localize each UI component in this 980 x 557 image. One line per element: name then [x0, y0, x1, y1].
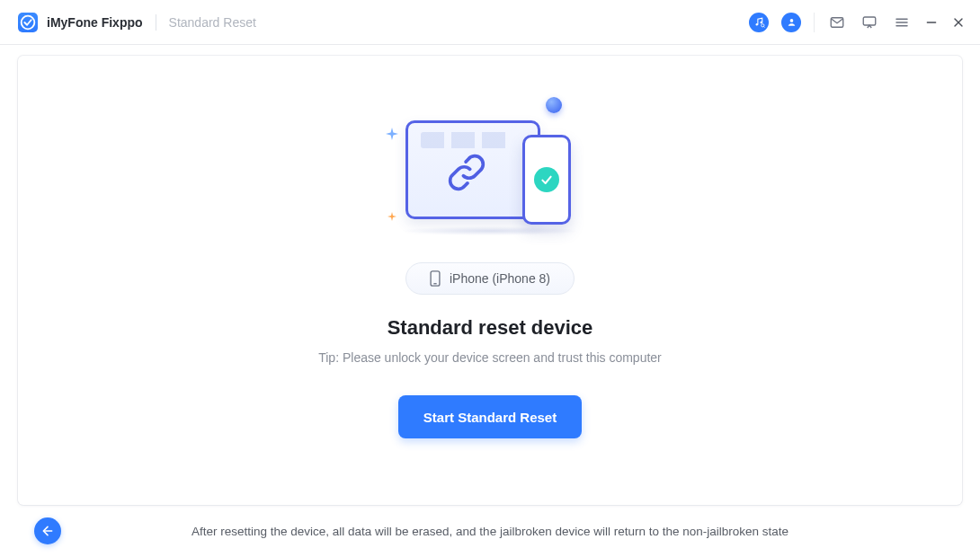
start-standard-reset-button[interactable]: Start Standard Reset: [398, 395, 582, 438]
tip-text: Tip: Please unlock your device screen an…: [318, 350, 662, 365]
feedback-icon[interactable]: [860, 13, 879, 32]
link-icon: [447, 153, 486, 192]
account-icon[interactable]: [781, 13, 801, 32]
title-separator: [156, 14, 156, 31]
orb-icon: [546, 97, 562, 113]
titlebar-actions: [749, 13, 966, 32]
shadow: [400, 226, 580, 235]
menu-icon[interactable]: [892, 13, 912, 32]
phone-icon: [430, 270, 441, 287]
svg-point-4: [789, 19, 793, 22]
mail-icon[interactable]: [827, 13, 847, 32]
back-button[interactable]: [34, 517, 61, 544]
titlebar: iMyFone Fixppo Standard Reset: [0, 0, 980, 45]
page-subtitle: Standard Reset: [169, 15, 256, 30]
window-minimize-button[interactable]: [924, 15, 939, 30]
footer: After resetting the device, all data wil…: [0, 505, 980, 557]
headline: Standard reset device: [388, 316, 593, 340]
sparkle-icon: [388, 212, 396, 221]
svg-point-0: [22, 15, 35, 29]
check-icon: [534, 167, 559, 192]
title-actions-separator: [814, 13, 815, 32]
app-logo-icon: [18, 13, 38, 32]
main-panel: iPhone (iPhone 8) Standard reset device …: [18, 56, 962, 505]
sparkle-icon: [386, 128, 398, 140]
app-name: iMyFone Fixppo: [47, 15, 143, 30]
connect-illustration: [391, 102, 589, 237]
svg-point-2: [760, 22, 762, 23]
footer-note: After resetting the device, all data wil…: [61, 525, 946, 538]
svg-rect-6: [863, 17, 876, 25]
device-label: iPhone (iPhone 8): [450, 271, 550, 286]
phone-illustration: [522, 135, 571, 225]
window-close-button[interactable]: [951, 15, 966, 30]
music-search-icon[interactable]: [749, 13, 769, 32]
device-pill: iPhone (iPhone 8): [405, 262, 575, 295]
svg-point-1: [755, 23, 757, 25]
